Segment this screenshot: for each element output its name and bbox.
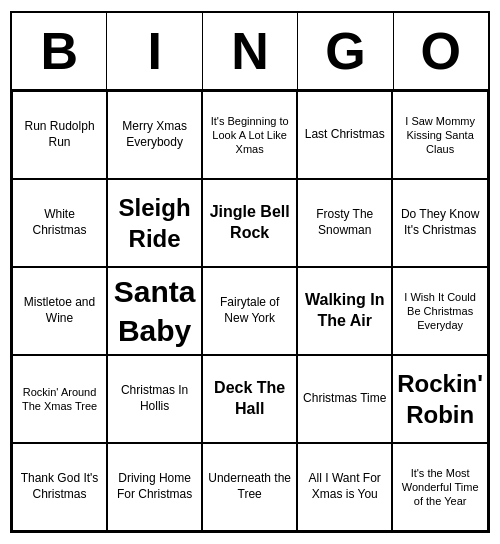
bingo-cell-18: Christmas Time [297, 355, 392, 443]
bingo-cell-11: Santa Baby [107, 267, 202, 355]
bingo-cell-2: It's Beginning to Look A Lot Like Xmas [202, 91, 297, 179]
bingo-cell-13: Walking In The Air [297, 267, 392, 355]
bingo-header: BINGO [12, 13, 488, 91]
bingo-cell-22: Underneath the Tree [202, 443, 297, 531]
bingo-cell-15: Rockin' Around The Xmas Tree [12, 355, 107, 443]
bingo-cell-8: Frosty The Snowman [297, 179, 392, 267]
bingo-cell-20: Thank God It's Christmas [12, 443, 107, 531]
bingo-cell-21: Driving Home For Christmas [107, 443, 202, 531]
bingo-cell-19: Rockin' Robin [392, 355, 488, 443]
bingo-cell-16: Christmas In Hollis [107, 355, 202, 443]
bingo-cell-17: Deck The Hall [202, 355, 297, 443]
bingo-grid: Run Rudolph RunMerry Xmas EverybodyIt's … [12, 91, 488, 531]
bingo-cell-14: I Wish It Could Be Christmas Everyday [392, 267, 488, 355]
bingo-cell-6: Sleigh Ride [107, 179, 202, 267]
bingo-letter-i: I [107, 13, 202, 89]
bingo-cell-9: Do They Know It's Christmas [392, 179, 488, 267]
bingo-cell-0: Run Rudolph Run [12, 91, 107, 179]
bingo-cell-1: Merry Xmas Everybody [107, 91, 202, 179]
bingo-cell-23: All I Want For Xmas is You [297, 443, 392, 531]
bingo-card: BINGO Run Rudolph RunMerry Xmas Everybod… [10, 11, 490, 533]
bingo-letter-n: N [203, 13, 298, 89]
bingo-cell-24: It's the Most Wonderful Time of the Year [392, 443, 488, 531]
bingo-letter-o: O [394, 13, 488, 89]
bingo-cell-7: Jingle Bell Rock [202, 179, 297, 267]
bingo-cell-4: I Saw Mommy Kissing Santa Claus [392, 91, 488, 179]
bingo-cell-3: Last Christmas [297, 91, 392, 179]
bingo-letter-b: B [12, 13, 107, 89]
bingo-cell-5: White Christmas [12, 179, 107, 267]
bingo-letter-g: G [298, 13, 393, 89]
bingo-cell-12: Fairytale of New York [202, 267, 297, 355]
bingo-cell-10: Mistletoe and Wine [12, 267, 107, 355]
